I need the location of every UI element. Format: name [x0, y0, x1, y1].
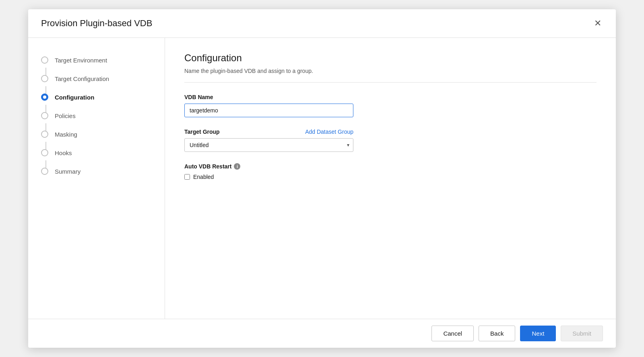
submit-button[interactable]: Submit [561, 326, 603, 341]
sidebar-item-hooks[interactable]: Hooks [28, 143, 165, 162]
step-label-policies: Policies [55, 112, 76, 119]
step-label-configuration: Configuration [55, 94, 94, 101]
content-title: Configuration [184, 52, 597, 64]
auto-vdb-restart-section: Auto VDB Restart i Enabled [184, 163, 597, 180]
vdb-name-input[interactable] [184, 104, 353, 117]
modal: Provision Plugin-based VDB ✕ Target Envi… [28, 9, 616, 348]
back-button[interactable]: Back [479, 326, 515, 341]
step-label-target-configuration: Target Configuration [55, 75, 109, 82]
sidebar-item-masking[interactable]: Masking [28, 125, 165, 143]
modal-title: Provision Plugin-based VDB [41, 18, 152, 29]
target-group-label: Target Group [184, 129, 220, 135]
step-circle-hooks [41, 149, 48, 156]
info-icon[interactable]: i [234, 163, 240, 170]
vdb-name-label: VDB Name [184, 94, 597, 100]
cancel-button[interactable]: Cancel [431, 326, 474, 341]
add-dataset-group-link[interactable]: Add Dataset Group [305, 129, 353, 135]
step-label-hooks: Hooks [55, 149, 72, 156]
target-group-select-wrapper: Untitled ▾ [184, 138, 353, 152]
modal-header: Provision Plugin-based VDB ✕ [28, 9, 616, 38]
step-circle-policies [41, 112, 48, 119]
step-label-masking: Masking [55, 131, 77, 138]
sidebar-item-target-environment[interactable]: Target Environment [28, 51, 165, 69]
target-group-header: Target Group Add Dataset Group [184, 129, 353, 135]
auto-restart-enabled-label[interactable]: Enabled [193, 174, 214, 180]
next-button[interactable]: Next [520, 326, 556, 341]
modal-footer: Cancel Back Next Submit [28, 319, 616, 348]
auto-restart-checkbox-row: Enabled [184, 174, 597, 180]
close-icon: ✕ [594, 18, 601, 28]
close-button[interactable]: ✕ [592, 17, 603, 29]
sidebar-item-summary[interactable]: Summary [28, 162, 165, 181]
modal-body: Target Environment Target Configuration … [28, 38, 616, 319]
sidebar-item-target-configuration[interactable]: Target Configuration [28, 69, 165, 88]
auto-restart-checkbox[interactable] [184, 174, 190, 180]
sidebar: Target Environment Target Configuration … [28, 38, 165, 319]
step-circle-configuration [41, 93, 48, 101]
auto-restart-label-row: Auto VDB Restart i [184, 163, 597, 170]
step-circle-summary [41, 168, 48, 175]
vdb-name-group: VDB Name [184, 94, 597, 117]
content-area: Configuration Name the plugin-based VDB … [165, 38, 616, 319]
target-group-group: Target Group Add Dataset Group Untitled … [184, 129, 597, 152]
step-circle-target-configuration [41, 75, 48, 82]
content-subtitle: Name the plugin-based VDB and assign to … [184, 68, 597, 74]
content-divider [184, 82, 597, 83]
step-label-target-environment: Target Environment [55, 57, 107, 64]
sidebar-item-policies[interactable]: Policies [28, 106, 165, 125]
step-label-summary: Summary [55, 168, 80, 175]
step-circle-target-environment [41, 56, 48, 64]
auto-restart-label: Auto VDB Restart [184, 163, 231, 170]
target-group-select[interactable]: Untitled [184, 138, 353, 152]
sidebar-item-configuration[interactable]: Configuration [28, 88, 165, 106]
step-circle-masking [41, 131, 48, 138]
